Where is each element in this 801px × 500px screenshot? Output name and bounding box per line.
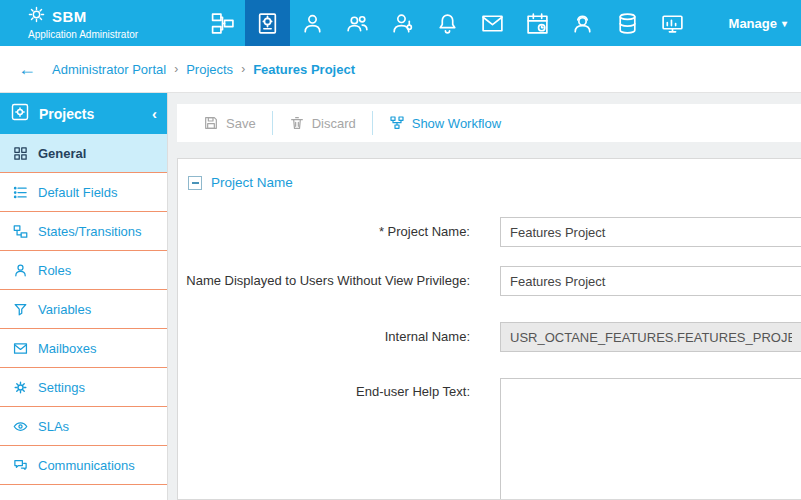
app-subtitle: Application Administrator — [28, 29, 200, 40]
discard-label: Discard — [312, 116, 356, 131]
internal-name-input — [500, 322, 801, 352]
sidebar-item-label: SLAs — [38, 419, 69, 434]
sidebar-item-default-fields[interactable]: Default Fields — [0, 173, 167, 212]
display-name-label: Name Displayed to Users Without View Pri… — [178, 272, 500, 290]
gear-logo-icon — [28, 6, 45, 27]
sidebar-item-variables[interactable]: Variables — [0, 290, 167, 329]
envelope-icon[interactable] — [470, 0, 515, 46]
process-app-icon[interactable] — [245, 0, 290, 46]
discard-button[interactable]: Discard — [273, 104, 372, 142]
app-logo: SBM Application Administrator — [0, 6, 200, 40]
breadcrumb-projects[interactable]: Projects — [186, 62, 233, 77]
person-icon — [13, 263, 28, 278]
help-text-label: End-user Help Text: — [178, 378, 500, 401]
workflow-icon — [13, 224, 28, 239]
user-stethoscope-icon[interactable] — [380, 0, 425, 46]
sidebar-item-label: Communications — [38, 458, 135, 473]
gear-icon — [13, 380, 28, 395]
chat-bubbles-icon — [13, 458, 28, 473]
section-header: Project Name — [188, 175, 801, 190]
flow-diagram-icon[interactable] — [200, 0, 245, 46]
form-row-display-name: Name Displayed to Users Without View Pri… — [178, 266, 801, 296]
report-monitor-icon[interactable] — [650, 0, 695, 46]
workflow-icon — [389, 115, 405, 131]
breadcrumb-separator: › — [241, 62, 245, 76]
app-title: SBM — [52, 8, 87, 25]
sidebar-item-settings[interactable]: Settings — [0, 368, 167, 407]
sidebar-item-label: States/Transitions — [38, 224, 142, 239]
project-name-label: * Project Name: — [178, 223, 500, 241]
sidebar-item-states-transitions[interactable]: States/Transitions — [0, 212, 167, 251]
breadcrumb-administrator-portal[interactable]: Administrator Portal — [52, 62, 166, 77]
internal-name-label: Internal Name: — [178, 328, 500, 346]
save-icon — [203, 115, 219, 131]
sidebar-item-label: Default Fields — [38, 185, 117, 200]
breadcrumb: Administrator Portal › Projects › Featur… — [52, 62, 355, 77]
help-text-textarea[interactable] — [500, 378, 801, 500]
sidebar-title: Projects — [39, 106, 94, 122]
user-helmet-icon[interactable] — [560, 0, 605, 46]
sidebar-item-general[interactable]: General — [0, 134, 167, 173]
sidebar-item-mailboxes[interactable]: Mailboxes — [0, 329, 167, 368]
manage-menu[interactable]: Manage ▾ — [729, 16, 801, 31]
back-arrow-icon[interactable]: ← — [18, 60, 36, 78]
chevron-down-icon: ▾ — [782, 18, 787, 29]
form-row-project-name: * Project Name: — [178, 217, 801, 247]
users-icon[interactable] — [335, 0, 380, 46]
project-name-input[interactable] — [500, 217, 801, 247]
section-title: Project Name — [211, 175, 293, 190]
collapse-section-icon[interactable] — [188, 176, 202, 190]
breadcrumb-current-page: Features Project — [253, 62, 355, 77]
header-icon-bar — [200, 0, 695, 46]
app-header: SBM Application Administrator — [0, 0, 801, 46]
sidebar-item-label: Roles — [38, 263, 71, 278]
sidebar-header: Projects ‹ — [0, 93, 167, 134]
database-icon[interactable] — [605, 0, 650, 46]
save-label: Save — [226, 116, 256, 131]
display-name-input[interactable] — [500, 266, 801, 296]
manage-label: Manage — [729, 16, 777, 31]
show-workflow-button[interactable]: Show Workflow — [373, 104, 517, 142]
toolbar: Save Discard Show Workflow — [177, 104, 801, 142]
eye-icon — [13, 419, 28, 434]
breadcrumb-bar: ← Administrator Portal › Projects › Feat… — [0, 46, 801, 93]
sidebar-item-slas[interactable]: SLAs — [0, 407, 167, 446]
user-icon[interactable] — [290, 0, 335, 46]
envelope-icon — [13, 341, 28, 356]
calendar-icon[interactable] — [515, 0, 560, 46]
funnel-icon — [13, 302, 28, 317]
sidebar-item-communications[interactable]: Communications — [0, 446, 167, 485]
list-icon — [13, 185, 28, 200]
sidebar-item-label: General — [38, 146, 86, 161]
content-panel: Project Name * Project Name: Name Displa… — [177, 158, 801, 500]
page: SBM Application Administrator — [0, 0, 801, 500]
form-row-help-text: End-user Help Text: — [178, 378, 801, 500]
sidebar-item-roles[interactable]: Roles — [0, 251, 167, 290]
main-area: Save Discard Show Workflow Project Name — [168, 93, 801, 500]
breadcrumb-separator: › — [174, 62, 178, 76]
save-button[interactable]: Save — [187, 104, 272, 142]
grid-icon — [13, 146, 28, 161]
form-row-internal-name: Internal Name: — [178, 322, 801, 352]
sidebar-item-label: Mailboxes — [38, 341, 97, 356]
trash-icon — [289, 115, 305, 131]
sidebar: Projects ‹ General Default Fields States… — [0, 93, 168, 500]
sidebar-collapse-icon[interactable]: ‹ — [152, 105, 157, 122]
bell-icon[interactable] — [425, 0, 470, 46]
projects-gear-icon — [10, 102, 30, 126]
sidebar-item-label: Variables — [38, 302, 91, 317]
project-form: * Project Name: Name Displayed to Users … — [178, 217, 801, 500]
show-workflow-label: Show Workflow — [412, 116, 501, 131]
sidebar-item-label: Settings — [38, 380, 85, 395]
